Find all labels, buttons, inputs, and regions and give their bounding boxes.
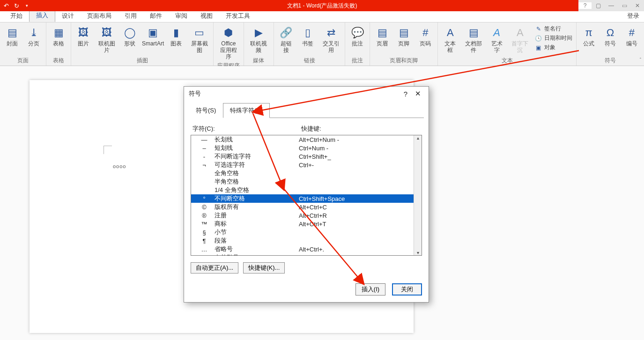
- cross-reference-button[interactable]: ⇄交叉引用: [320, 24, 342, 54]
- date-time-button[interactable]: 🕓日期和时间: [534, 34, 573, 43]
- dialog-body: 字符(C): 快捷键: —长划线Alt+Ctrl+Num -–短划线Ctrl+N…: [184, 118, 429, 273]
- char-name: 商标: [215, 220, 299, 228]
- list-item[interactable]: 全角空格: [191, 169, 422, 177]
- footer-button[interactable]: ▤页脚: [394, 24, 413, 48]
- char-shortcut: Alt+Ctrl+.: [299, 246, 422, 253]
- undo-icon[interactable]: ↶: [3, 2, 9, 9]
- char-shortcut: Alt+Ctrl+R: [299, 212, 422, 219]
- group-label: 插图: [74, 56, 210, 65]
- collapse-ribbon-icon[interactable]: ˆ: [640, 58, 641, 63]
- list-item[interactable]: §小节: [191, 228, 422, 237]
- table-button[interactable]: ▦表格: [49, 24, 68, 48]
- redo-icon[interactable]: ↻: [13, 2, 20, 9]
- dialog-close-button[interactable]: ✕: [412, 89, 424, 98]
- scroll-down-icon[interactable]: ▾: [417, 250, 419, 255]
- tab-design[interactable]: 设计: [55, 10, 81, 22]
- dialog-tab-symbols[interactable]: 符号(S): [189, 103, 223, 118]
- group-text: A文本框 ▤文档部件 A艺术字 A首字下沉 ✎签名行 🕓日期和时间 ▣对象 文本: [438, 22, 577, 66]
- list-item[interactable]: ¶段落: [191, 237, 422, 245]
- dialog-footer: 插入(I) 关闭: [355, 283, 422, 296]
- char-symbol: ®: [194, 212, 215, 219]
- tab-layout[interactable]: 页面布局: [81, 10, 118, 22]
- cover-page-button[interactable]: ▤封面: [3, 24, 22, 48]
- char-name: 左单引号: [215, 253, 299, 256]
- list-item[interactable]: 1/4 全角空格: [191, 186, 422, 194]
- list-item[interactable]: ¬可选连字符Ctrl+-: [191, 161, 422, 169]
- char-symbol: -: [194, 153, 215, 160]
- page-break-button[interactable]: ⤓分页: [24, 24, 43, 48]
- close-dialog-button[interactable]: 关闭: [392, 283, 422, 296]
- list-item[interactable]: ™商标Alt+Ctrl+T: [191, 220, 422, 228]
- tab-start[interactable]: 开始: [4, 10, 29, 22]
- online-pictures-button[interactable]: 🖼联机图片: [96, 24, 118, 54]
- col-char-label: 字符(C):: [192, 125, 301, 133]
- dialog-help-button[interactable]: ?: [400, 90, 412, 98]
- sign-in-link[interactable]: 登录: [622, 10, 644, 22]
- bookmark-button[interactable]: ▯书签: [298, 24, 317, 48]
- ribbon-display-button[interactable]: ▢: [592, 2, 605, 9]
- shapes-button[interactable]: ◯形状: [120, 24, 139, 48]
- minimize-button[interactable]: —: [605, 2, 618, 9]
- close-button[interactable]: ✕: [631, 2, 644, 9]
- group-label: 媒体: [247, 56, 271, 65]
- header-button[interactable]: ▤页眉: [373, 24, 392, 48]
- special-char-list[interactable]: —长划线Alt+Ctrl+Num -–短划线Ctrl+Num --不间断连字符C…: [191, 135, 422, 256]
- office-apps-button[interactable]: ⬢Office 应用程序: [216, 24, 240, 61]
- tab-references[interactable]: 引用: [118, 10, 143, 22]
- screenshot-button[interactable]: ▭屏幕截图: [188, 24, 210, 54]
- list-item[interactable]: 半角空格: [191, 177, 422, 186]
- autocorrect-button[interactable]: 自动更正(A)...: [191, 262, 238, 273]
- page-number-button[interactable]: #页码: [416, 24, 435, 48]
- char-shortcut: Ctrl+`,`: [299, 254, 422, 256]
- group-label: 页面: [3, 56, 43, 65]
- symbol-button[interactable]: Ω符号: [601, 24, 620, 48]
- window-title: 文档1 - Word(产品激活失败): [287, 2, 357, 10]
- char-symbol: °: [194, 195, 215, 202]
- pictures-button[interactable]: 🖼图片: [74, 24, 93, 48]
- tab-view[interactable]: 视图: [194, 10, 219, 22]
- group-label: 表格: [49, 56, 68, 65]
- signature-line-button[interactable]: ✎签名行: [534, 24, 573, 33]
- list-item[interactable]: ‘左单引号Ctrl+`,`: [191, 253, 422, 256]
- char-name: 版权所有: [215, 203, 299, 211]
- tab-review[interactable]: 审阅: [169, 10, 194, 22]
- numbering-button[interactable]: #编号: [622, 24, 641, 48]
- list-item[interactable]: —长划线Alt+Ctrl+Num -: [191, 135, 422, 144]
- list-item[interactable]: …省略号Alt+Ctrl+.: [191, 245, 422, 253]
- char-symbol: ¶: [194, 237, 215, 244]
- qat-dropdown-icon[interactable]: ▾: [23, 2, 30, 9]
- char-name: 长划线: [215, 135, 299, 144]
- group-media: ▶联机视频 媒体: [244, 22, 274, 66]
- shortcut-key-button[interactable]: 快捷键(K)...: [243, 262, 285, 273]
- hyperlink-button[interactable]: 🔗超链接: [277, 24, 296, 54]
- char-name: 可选连字符: [215, 161, 299, 169]
- wordart-button[interactable]: A艺术字: [488, 24, 506, 54]
- object-button[interactable]: ▣对象: [534, 43, 573, 52]
- maximize-button[interactable]: ▭: [618, 2, 631, 9]
- insert-button[interactable]: 插入(I): [355, 283, 385, 296]
- textbox-button[interactable]: A文本框: [441, 24, 459, 54]
- online-video-button[interactable]: ▶联机视频: [247, 24, 271, 54]
- group-header-footer: ▤页眉 ▤页脚 #页码 页眉和页脚: [370, 22, 438, 66]
- list-item[interactable]: ®注册Alt+Ctrl+R: [191, 211, 422, 220]
- help-button[interactable]: ?: [578, 2, 592, 9]
- tab-developer[interactable]: 开发工具: [219, 10, 257, 22]
- list-item[interactable]: -不间断连字符Ctrl+Shift+_: [191, 152, 422, 161]
- char-name: 省略号: [215, 245, 299, 253]
- list-item[interactable]: ©版权所有Alt+Ctrl+C: [191, 203, 422, 211]
- comment-button[interactable]: 💬批注: [348, 24, 367, 48]
- list-scrollbar[interactable]: ▴▾: [414, 135, 422, 255]
- group-addins: ⬢Office 应用程序 应用程序: [214, 22, 244, 66]
- equation-button[interactable]: π公式: [579, 24, 598, 48]
- smartart-button[interactable]: ▣SmartArt: [142, 24, 164, 48]
- list-item[interactable]: –短划线Ctrl+Num -: [191, 144, 422, 152]
- dialog-tab-special[interactable]: 特殊字符(P): [223, 103, 269, 118]
- quick-parts-button[interactable]: ▤文档部件: [462, 24, 484, 54]
- tab-mailings[interactable]: 邮件: [143, 10, 169, 22]
- chart-button[interactable]: ▮图表: [167, 24, 185, 48]
- drop-cap-button[interactable]: A首字下沉: [509, 24, 531, 54]
- scroll-up-icon[interactable]: ▴: [417, 135, 419, 140]
- group-label: 符号: [579, 56, 641, 65]
- group-label: 文本: [441, 56, 573, 65]
- list-item[interactable]: °不间断空格Ctrl+Shift+Space: [191, 194, 422, 203]
